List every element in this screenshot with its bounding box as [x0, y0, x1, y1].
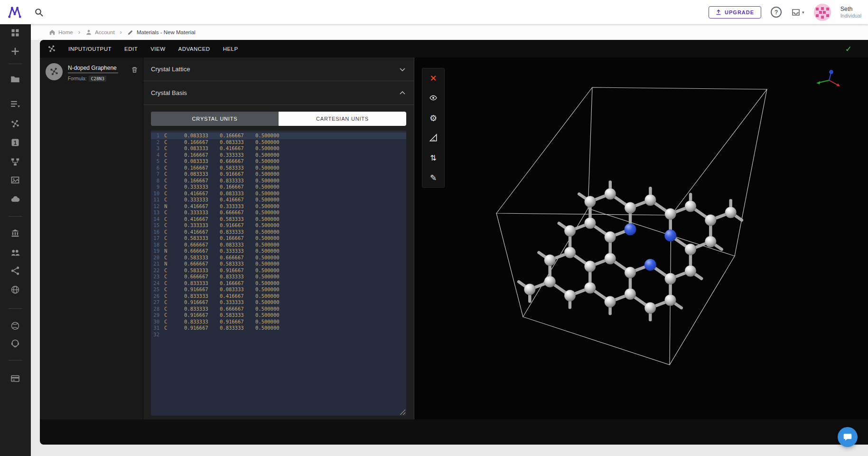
breadcrumb-current-label: Materials - New Material — [137, 29, 196, 35]
bank-icon[interactable] — [10, 228, 20, 238]
team-icon[interactable] — [10, 248, 20, 257]
editor-line: 18C0.6666670.0833330.500000 — [151, 242, 406, 248]
viewer-toolbar: ✕ ⚙ ⇅ ✎ — [422, 68, 445, 188]
editor-lines: 1C0.0833330.1666670.5000002C0.1666670.08… — [151, 133, 406, 338]
chevron-down-icon: ▾ — [802, 10, 804, 15]
tab-cartesian-units[interactable]: CARTESIAN UNITS — [279, 112, 406, 126]
svg-text:1: 1 — [14, 140, 17, 146]
axis-b-arrow — [816, 81, 820, 85]
editor-line: 28C0.8333330.6666670.500000 — [151, 306, 406, 313]
menu-input-output[interactable]: INPUT/OUTPUT — [68, 46, 112, 52]
new-entity-icon[interactable] — [10, 47, 20, 56]
breadcrumb-account-label: Account — [95, 29, 115, 35]
resize-grip-icon[interactable] — [399, 408, 405, 415]
editor-line: 31C0.9166670.8333330.500000 — [151, 325, 406, 332]
breadcrumb-current: Materials - New Material — [127, 29, 196, 36]
inbox-menu[interactable]: ▾ — [791, 8, 804, 17]
check-icon[interactable]: ✓ — [845, 44, 852, 54]
chat-button[interactable] — [838, 427, 858, 447]
measure-icon[interactable] — [428, 133, 439, 143]
chevron-up-icon — [399, 89, 406, 97]
menu-edit[interactable]: EDIT — [124, 46, 138, 52]
editor-line: 19N0.6666670.3333330.500000 — [151, 248, 406, 255]
material-list-item[interactable]: Formula: C28N3 — [40, 57, 143, 82]
mat3ra-logo-icon[interactable] — [8, 5, 22, 19]
editor-line: 11C0.3333330.4166670.500000 — [151, 197, 406, 203]
avatar-identicon — [814, 4, 831, 21]
nitrogen-atom — [644, 259, 656, 271]
menu-advanced[interactable]: ADVANCED — [178, 46, 210, 52]
carbon-atom — [564, 225, 576, 237]
cloud-icon[interactable] — [10, 194, 20, 204]
dashboard-icon[interactable] — [10, 28, 20, 38]
materials-icon[interactable] — [10, 119, 20, 129]
carbon-atom — [725, 207, 737, 218]
sidebar-divider — [9, 308, 22, 309]
pencil-icon[interactable]: ✎ — [428, 172, 439, 183]
carbon-atom — [544, 276, 556, 287]
explore-icon[interactable] — [10, 321, 20, 331]
queue-icon[interactable] — [10, 99, 20, 109]
pencil-icon — [127, 29, 134, 36]
axis-c-ball — [829, 70, 833, 74]
avatar[interactable] — [814, 4, 831, 21]
carbon-atom — [544, 255, 556, 266]
topbar-left — [0, 5, 44, 19]
units-tabs: CRYSTAL UNITS CARTESIAN UNITS — [151, 112, 406, 126]
home-icon — [49, 29, 56, 36]
workflows-icon[interactable] — [10, 157, 20, 167]
chevron-down-icon — [399, 66, 406, 73]
viewer-canvas[interactable] — [414, 57, 868, 419]
tab-crystal-units[interactable]: CRYSTAL UNITS — [151, 112, 279, 126]
media-icon[interactable] — [10, 175, 20, 185]
carbon-atom — [605, 296, 616, 307]
support-icon[interactable] — [10, 339, 20, 348]
billing-icon[interactable] — [10, 374, 20, 383]
user-plan: Individual — [840, 13, 861, 19]
breadcrumb-home[interactable]: Home — [49, 29, 73, 36]
material-fields: Formula: C28N3 — [68, 63, 128, 82]
user-block[interactable]: Seth Individual — [840, 6, 861, 18]
formula-label: Formula: — [68, 76, 86, 81]
delete-icon[interactable] — [131, 66, 138, 74]
breadcrumb-account[interactable]: Account — [85, 29, 115, 36]
inbox-icon — [791, 8, 801, 17]
editor-line: 14C0.4166670.5833330.500000 — [151, 216, 406, 223]
web-icon[interactable] — [10, 285, 20, 294]
carbon-atom — [625, 202, 636, 213]
swap-axes-icon[interactable]: ⇅ — [428, 152, 439, 163]
material-name-input[interactable] — [68, 64, 118, 73]
breadcrumb: Home › Account › Materials - New Materia… — [31, 24, 868, 40]
carbon-atom — [665, 294, 676, 306]
editor-line: 16C0.4166670.8333330.500000 — [151, 229, 406, 236]
basis-code-editor[interactable]: 1C0.0833330.1666670.5000002C0.1666670.08… — [151, 131, 406, 416]
close-icon[interactable]: ✕ — [428, 73, 439, 83]
editor-line: 26C0.8333330.4166670.500000 — [151, 293, 406, 300]
folders-icon[interactable] — [10, 75, 20, 84]
menu-help[interactable]: HELP — [223, 46, 238, 52]
menu-view[interactable]: VIEW — [150, 46, 165, 52]
gear-icon[interactable]: ⚙ — [428, 113, 439, 123]
menu-items: INPUT/OUTPUT EDIT VIEW ADVANCED HELP — [68, 46, 238, 52]
help-icon[interactable]: ? — [771, 7, 782, 18]
jobs-icon[interactable]: 1 — [10, 138, 20, 147]
sidebar: 1 — [0, 24, 31, 456]
crystal-basis-header[interactable]: Crystal Basis — [143, 81, 414, 105]
carbon-atom — [625, 288, 636, 300]
editor-line: 4C0.1666670.3333330.500000 — [151, 152, 406, 159]
workspace-footer — [40, 419, 868, 445]
editor-line: 7C0.0833330.9166670.500000 — [151, 171, 406, 178]
share-icon[interactable] — [10, 266, 20, 276]
structure-viewer[interactable]: ✕ ⚙ ⇅ ✎ — [414, 57, 868, 419]
axes-gizmo[interactable] — [813, 68, 843, 91]
upgrade-button[interactable]: UPGRADE — [709, 6, 761, 19]
eye-icon[interactable] — [428, 93, 439, 103]
editor-line: 25C0.9166670.0833330.500000 — [151, 286, 406, 293]
editor-line: 17C0.5833330.1666670.500000 — [151, 235, 406, 242]
search-icon[interactable] — [34, 8, 44, 17]
editor-line: 10C0.4166670.0833330.500000 — [151, 190, 406, 197]
sidebar-divider — [9, 360, 22, 361]
editor-line: 8C0.1666670.8333330.500000 — [151, 178, 406, 184]
breadcrumb-separator: › — [78, 28, 80, 36]
crystal-lattice-header[interactable]: Crystal Lattice — [143, 57, 414, 81]
